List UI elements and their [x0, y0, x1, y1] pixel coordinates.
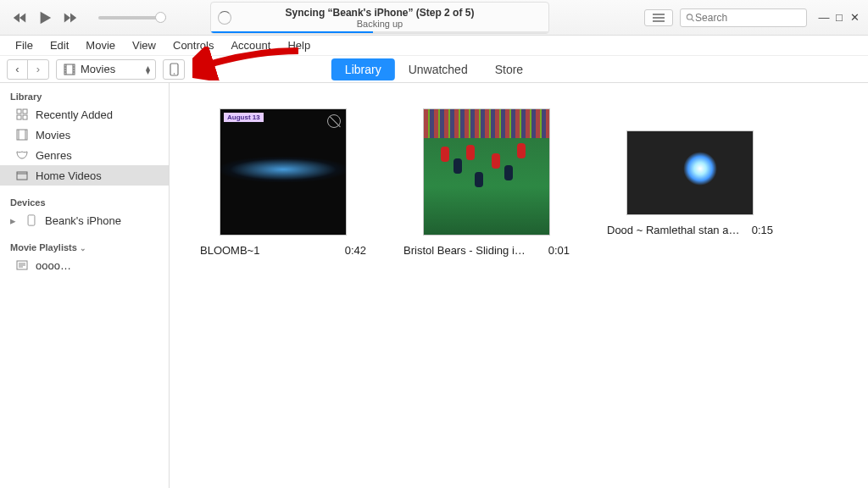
playback-controls	[0, 7, 166, 29]
svg-rect-7	[23, 115, 27, 119]
status-lcd: Syncing “Beank's iPhone” (Step 2 of 5) B…	[210, 2, 549, 34]
sidebar-item-label: Recently Added	[36, 108, 113, 121]
search-input[interactable]	[680, 8, 807, 27]
video-title: Bristol Bears - Sliding i…	[403, 244, 526, 257]
view-tabs: Library Unwatched Store	[331, 58, 537, 80]
tab-library[interactable]: Library	[331, 58, 395, 80]
sidebar-heading-playlists: Movie Playlists ⌄	[0, 239, 169, 255]
chevron-down-icon[interactable]: ⌄	[80, 244, 86, 252]
minimize-button[interactable]: —	[817, 11, 831, 25]
sidebar: Library Recently Added Movies Genres Hom…	[0, 83, 170, 488]
phone-icon	[25, 214, 38, 227]
video-item[interactable]: August 13 BLOOMB~10:42	[198, 108, 368, 257]
media-category-select[interactable]: Movies ▴▾	[56, 59, 156, 80]
sidebar-heading-devices: Devices	[0, 194, 169, 210]
menu-edit[interactable]: Edit	[42, 37, 77, 53]
player-topbar: Syncing “Beank's iPhone” (Step 2 of 5) B…	[0, 0, 868, 36]
device-button[interactable]	[163, 59, 185, 80]
tab-store[interactable]: Store	[481, 58, 537, 80]
sidebar-item-playlist[interactable]: oooo…	[0, 255, 169, 275]
play-button[interactable]	[34, 7, 56, 29]
menu-file[interactable]: File	[7, 37, 42, 53]
history-nav: ‹ ›	[7, 59, 49, 80]
tab-unwatched[interactable]: Unwatched	[395, 58, 481, 80]
menu-controls[interactable]: Controls	[164, 37, 222, 53]
sidebar-item-label: Beank's iPhone	[45, 214, 121, 227]
phone-icon	[170, 63, 179, 76]
sync-progress-bar	[211, 31, 373, 33]
video-title: Dood ~ Ramlethal stan acco…	[607, 224, 743, 236]
menu-bar: File Edit Movie View Controls Account He…	[0, 36, 868, 56]
category-label: Movies	[81, 63, 115, 75]
svg-rect-6	[17, 115, 21, 119]
previous-button[interactable]	[8, 7, 31, 29]
view-list-button[interactable]	[644, 9, 673, 26]
status-title: Syncing “Beank's iPhone” (Step 2 of 5)	[286, 7, 475, 19]
sidebar-item-movies[interactable]: Movies	[0, 125, 169, 145]
back-button[interactable]: ‹	[8, 60, 28, 79]
playlist-icon	[15, 258, 29, 272]
sidebar-item-label: Movies	[36, 129, 70, 141]
video-duration: 0:42	[345, 244, 366, 257]
film-icon	[64, 64, 75, 75]
next-button[interactable]	[59, 7, 81, 29]
sidebar-item-device[interactable]: ▸ Beank's iPhone	[0, 210, 169, 230]
close-button[interactable]: ✕	[848, 11, 861, 25]
forward-button[interactable]: ›	[28, 60, 48, 79]
menu-help[interactable]: Help	[279, 37, 319, 53]
disclosure-icon[interactable]: ▸	[10, 214, 18, 227]
date-badge: August 13	[224, 113, 264, 122]
masks-icon	[15, 148, 29, 162]
svg-rect-5	[23, 109, 27, 114]
menu-view[interactable]: View	[124, 37, 164, 53]
sync-spinner-icon	[218, 11, 231, 25]
sidebar-item-genres[interactable]: Genres	[0, 145, 169, 165]
sidebar-item-recently-added[interactable]: Recently Added	[0, 104, 169, 125]
navigation-toolbar: ‹ › Movies ▴▾ Library Unwatched Store	[0, 56, 868, 83]
sidebar-heading-library: Library	[0, 88, 169, 104]
search-icon	[686, 13, 695, 23]
window-controls: — □ ✕	[817, 11, 861, 25]
maximize-button[interactable]: □	[832, 11, 846, 25]
explicit-icon	[327, 114, 341, 128]
grid-icon	[15, 108, 29, 121]
film-icon	[15, 128, 29, 141]
sidebar-item-home-videos[interactable]: Home Videos	[0, 165, 169, 186]
video-grid: August 13 BLOOMB~10:42	[170, 83, 868, 488]
svg-rect-9	[17, 172, 27, 180]
svg-rect-10	[28, 215, 35, 225]
sidebar-item-label: Home Videos	[36, 169, 102, 182]
volume-slider[interactable]	[93, 16, 166, 19]
svg-point-3	[173, 73, 175, 75]
video-duration: 0:01	[548, 244, 570, 257]
video-duration: 0:15	[752, 224, 773, 236]
sidebar-item-label: oooo…	[36, 259, 71, 272]
video-item[interactable]: Dood ~ Ramlethal stan acco…0:15	[605, 130, 775, 236]
menu-account[interactable]: Account	[222, 37, 279, 53]
chevron-updown-icon: ▴▾	[146, 65, 150, 74]
menu-movie[interactable]: Movie	[77, 37, 124, 53]
home-video-icon	[15, 169, 29, 182]
video-title: BLOOMB~1	[200, 244, 259, 257]
status-subtitle: Backing up	[357, 19, 403, 29]
sidebar-item-label: Genres	[36, 149, 72, 162]
svg-point-0	[687, 14, 692, 19]
video-item[interactable]: Bristol Bears - Sliding i…0:01	[402, 108, 571, 257]
svg-rect-4	[17, 109, 21, 114]
